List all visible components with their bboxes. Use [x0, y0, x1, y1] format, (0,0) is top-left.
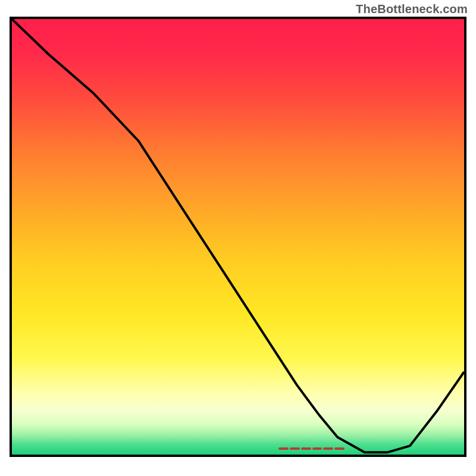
watermark-text: TheBottleneck.com — [356, 2, 468, 16]
marker-dash — [334, 447, 345, 450]
marker-dash — [290, 447, 300, 450]
marker-dash — [278, 447, 289, 450]
marker-dash — [323, 447, 333, 450]
chart-stage: TheBottleneck.com — [0, 0, 476, 476]
plot-frame — [10, 17, 466, 457]
baseline-highlight-marker — [278, 447, 344, 450]
data-curve — [12, 19, 464, 455]
marker-dash — [312, 447, 322, 450]
plot-outer — [10, 17, 466, 466]
marker-dash — [301, 447, 311, 450]
